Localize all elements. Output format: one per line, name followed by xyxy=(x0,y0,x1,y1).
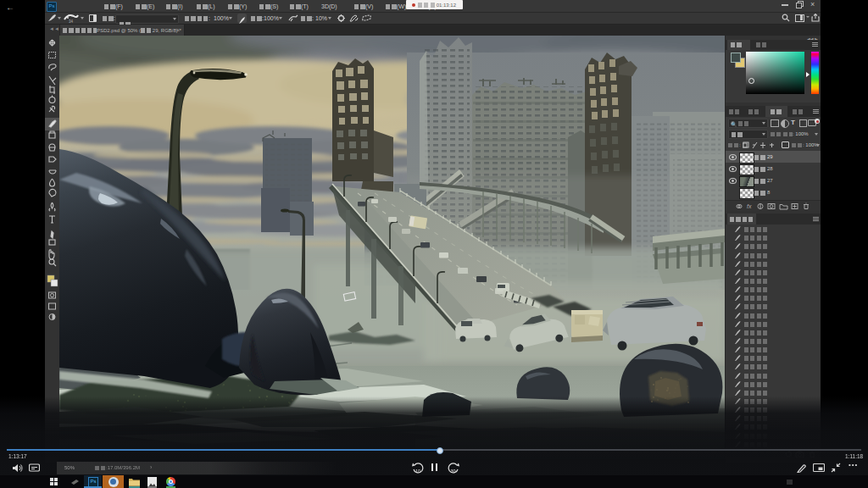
svg-text:34: 34 xyxy=(69,19,74,24)
svg-text:30: 30 xyxy=(451,469,456,474)
svg-text:10: 10 xyxy=(415,469,420,474)
svg-text:fx: fx xyxy=(747,203,752,209)
